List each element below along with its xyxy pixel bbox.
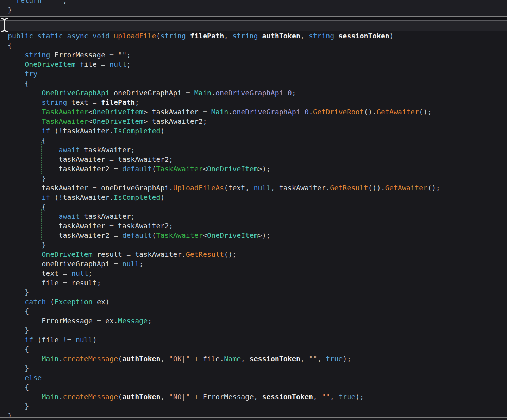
code-line[interactable]: {: [8, 79, 440, 88]
code-line[interactable]: {: [8, 136, 440, 145]
code-line[interactable]: await taskAwaiter;: [8, 212, 440, 221]
code-line[interactable]: OneDriveItem file = null;: [8, 60, 440, 69]
code-line[interactable]: {: [8, 307, 440, 316]
code-line[interactable]: text = null;: [8, 269, 440, 278]
code-token: ErrorMessage: [8, 317, 97, 325]
code-line[interactable]: if (!taskAwaiter.IsCompleted): [8, 126, 440, 136]
indent-guide-scope: [8, 50, 8, 411]
code-token: ().: [364, 108, 377, 116]
code-editor[interactable]: return "";} // Token: 0x06000013 RID: 19…: [0, 0, 507, 420]
code-line[interactable]: {: [8, 383, 440, 392]
code-token: OneDriveItem: [93, 108, 144, 116]
code-token: =: [114, 260, 122, 268]
code-line[interactable]: {: [8, 202, 440, 212]
code-line[interactable]: OneDriveItem result = taskAwaiter.GetRes…: [8, 250, 440, 259]
code-token: [334, 32, 338, 40]
code-token: >: [143, 108, 152, 116]
code-token: void: [93, 32, 109, 40]
code-token: oneDriveGraphApi_0: [232, 108, 309, 116]
code-line[interactable]: }: [8, 174, 440, 183]
text-cursor-icon: [0, 18, 9, 34]
code-line[interactable]: TaskAwaiter<OneDriveItem> taskAwaiter2;: [8, 117, 440, 126]
code-token: ;: [169, 222, 173, 230]
code-token: [63, 32, 67, 40]
code-token: sessionToken: [262, 393, 313, 401]
code-line[interactable]: }: [8, 240, 440, 250]
code-token: .: [211, 89, 215, 97]
code-token: .: [309, 108, 313, 116]
code-line[interactable]: }: [8, 411, 440, 417]
code-line[interactable]: if (!taskAwaiter.IsCompleted): [8, 193, 440, 202]
code-token: null: [71, 269, 88, 278]
code-token: ,: [241, 355, 249, 363]
code-line[interactable]: taskAwaiter2 = default(TaskAwaiter<OneDr…: [8, 231, 440, 240]
token-comment-line[interactable]: // Token: 0x06000013 RID: 19: [0, 20, 507, 31]
code-line[interactable]: taskAwaiter = oneDriveGraphApi.UploadFil…: [8, 183, 440, 193]
code-token: null: [76, 336, 93, 344]
code-token: if: [42, 193, 50, 202]
code-line[interactable]: oneDriveGraphApi = null;: [8, 259, 440, 269]
code-token: <: [88, 117, 93, 126]
code-token: "": [118, 51, 126, 59]
code-line[interactable]: Main.createMessage(authToken, "NO|" + Er…: [8, 392, 440, 402]
code-line[interactable]: public static async void uploadFile(stri…: [8, 31, 440, 41]
code-token: [8, 79, 25, 88]
code-line[interactable]: try: [8, 69, 440, 79]
code-token: authToken: [262, 32, 300, 40]
code-line[interactable]: }: [8, 288, 440, 297]
code-line[interactable]: }: [8, 364, 440, 373]
indent-guide-try: [25, 89, 25, 288]
code-token: result: [71, 279, 97, 287]
code-line[interactable]: ErrorMessage = ex.Message;: [8, 316, 440, 326]
code-lines: public static async void uploadFile(stri…: [0, 31, 440, 417]
code-token: ;: [135, 98, 139, 107]
code-token: taskAwaiter: [80, 212, 131, 221]
code-line[interactable]: string text = filePath;: [8, 98, 440, 107]
code-token: file: [203, 355, 220, 363]
code-token: TaskAwaiter: [42, 108, 88, 116]
code-token: =: [186, 89, 194, 97]
code-line[interactable]: }: [8, 402, 440, 411]
code-area[interactable]: public static async void uploadFile(stri…: [0, 31, 507, 417]
code-line[interactable]: taskAwaiter = taskAwaiter2;: [8, 155, 440, 164]
code-line[interactable]: TaskAwaiter<OneDriveItem> taskAwaiter = …: [8, 107, 440, 117]
code-line[interactable]: {: [8, 41, 440, 50]
code-line[interactable]: Main.createMessage(authToken, "OK|" + fi…: [8, 354, 440, 364]
code-line[interactable]: catch (Exception ex): [8, 297, 440, 307]
code-token: >: [143, 117, 152, 126]
code-token: );: [356, 393, 364, 401]
code-token: taskAwaiter2: [118, 222, 169, 230]
code-token: }: [25, 402, 29, 411]
code-token: taskAwaiter: [8, 184, 93, 192]
code-line[interactable]: string ErrorMessage = "";: [8, 50, 440, 60]
code-line[interactable]: OneDriveGraphApi oneDriveGraphApi = Main…: [8, 88, 440, 98]
code-line[interactable]: {: [8, 345, 440, 354]
code-token: =: [97, 317, 105, 325]
code-token: TaskAwaiter: [156, 165, 202, 173]
code-line[interactable]: }: [8, 326, 440, 335]
code-token: {: [25, 79, 29, 88]
code-token: [186, 32, 190, 40]
code-line[interactable]: file = result;: [8, 278, 440, 288]
code-token: oneDriveGraphApi: [109, 89, 186, 97]
code-token: +: [190, 355, 203, 363]
code-line[interactable]: taskAwaiter = taskAwaiter2;: [8, 221, 440, 231]
code-token: (: [224, 184, 228, 192]
code-line[interactable]: if (file != null): [8, 335, 440, 345]
code-token: ;: [88, 269, 93, 278]
code-line[interactable]: else: [8, 373, 440, 383]
code-line[interactable]: taskAwaiter2 = default(TaskAwaiter<OneDr…: [8, 164, 440, 174]
code-token: taskAwaiter: [80, 146, 131, 154]
method-separator-bottom: [0, 417, 507, 418]
code-token: else: [25, 374, 42, 382]
code-token: =: [63, 279, 71, 287]
code-token: file: [42, 336, 58, 344]
code-token: [8, 146, 59, 154]
code-token: {: [25, 307, 29, 316]
code-token: ;: [126, 51, 131, 59]
code-token: }: [25, 326, 29, 335]
code-line[interactable]: await taskAwaiter;: [8, 145, 440, 155]
code-token: .: [109, 127, 114, 135]
code-token: OneDriveItem: [93, 117, 144, 126]
code-token: Main: [194, 89, 211, 97]
